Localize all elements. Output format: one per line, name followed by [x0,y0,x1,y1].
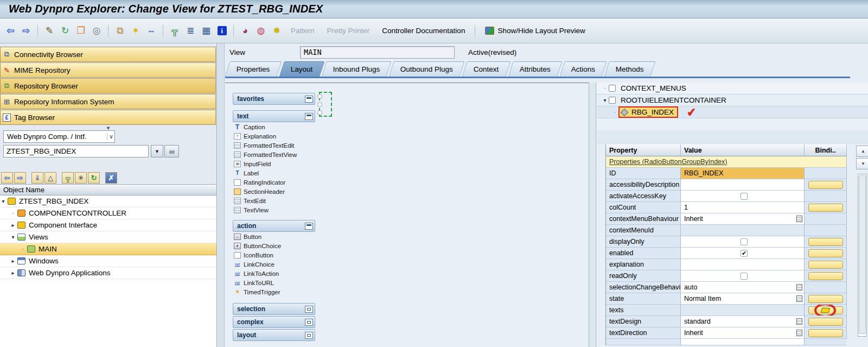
palette-item-label[interactable]: TLabel [233,168,315,178]
palette-section-layout[interactable]: layout [233,329,315,341]
binding-button[interactable] [808,261,843,269]
tree-row-componentcontroller[interactable]: · COMPONENTCONTROLLER [0,207,216,219]
dropdown-list-icon[interactable] [796,330,802,336]
binding-button[interactable] [808,181,843,189]
value-field[interactable]: Normal Item [681,293,805,305]
palette-item-explanation[interactable]: ?Explanation [233,131,315,141]
tab-attributes[interactable]: Attributes [508,61,562,77]
vertical-splitter[interactable] [218,43,225,347]
palette-item-iconbutton[interactable]: IconButton [233,250,315,260]
value-field[interactable]: 1 [681,202,805,213]
tab-properties[interactable]: Properties [225,61,282,77]
binding-button-bound[interactable] [808,306,843,314]
sidebar-item-repository-information-system[interactable]: ⊞ Repository Information System [0,94,216,109]
minimize-icon[interactable] [305,96,313,103]
minimize-icon[interactable] [305,113,313,120]
view-name-field[interactable]: MAIN [300,46,455,59]
dropdown-list-icon[interactable] [796,216,802,222]
palette-section-text[interactable]: text [233,110,315,122]
selected-element-chip[interactable]: RBG_INDEX [618,106,678,118]
history-back-button[interactable]: ⇦ [1,172,13,184]
restore-icon[interactable] [305,319,313,326]
palette-item-formattedtextview[interactable]: FormattedTextView [233,150,315,159]
wizard-icon[interactable]: ✹ [271,25,283,37]
tree-row-web-dynpro-applications[interactable]: ▸ Web Dynpro Applications [0,267,216,279]
tree-row-component-interface[interactable]: ▸ Component Interface [0,219,216,231]
palette-section-selection[interactable]: selection [233,303,315,315]
canvas-scrollbar[interactable] [589,83,596,347]
binding-button[interactable] [808,329,843,337]
expander-icon[interactable]: ▾ [601,97,609,103]
collapse-all-button[interactable]: △ [44,172,56,184]
tree-row-windows[interactable]: ▸ Windows [0,255,216,267]
expander-icon[interactable]: ▸ [10,258,16,264]
binding-button[interactable] [808,318,843,326]
palette-section-action[interactable]: action [233,220,315,232]
tab-outbound-plugs[interactable]: Outbound Plugs [389,61,465,77]
tab-layout[interactable]: Layout [279,61,324,77]
scroll-up-button[interactable]: ▲ [856,146,868,157]
element-row-context-menus[interactable]: · CONTEXT_MENUS [597,83,868,94]
expander-icon[interactable]: ▸ [10,270,16,276]
object-name-input[interactable]: ZTEST_RBG_INDEX [3,145,149,157]
checkbox-checked[interactable]: ✔ [741,250,748,257]
value-field[interactable] [681,259,805,270]
expander-icon[interactable]: ▸ [10,222,16,228]
hierarchy-icon[interactable]: ╦ [169,25,181,37]
binding-button[interactable] [808,204,843,212]
palette-item-button[interactable]: –Button [233,232,315,241]
checkbox-icon[interactable] [609,97,616,104]
properties-group-link[interactable]: Properties (RadioButtonGroupByIndex) [609,158,727,166]
display-object-button[interactable]: ∞ [164,145,179,157]
tab-context[interactable]: Context [462,61,511,77]
expander-icon[interactable]: ▾ [0,198,7,204]
palette-item-linktourl[interactable]: xyzLinkToURL [233,278,315,287]
radio-button-group-selection[interactable] [319,92,332,117]
column-header-binding[interactable]: Bindi.. [805,144,847,156]
value-field[interactable]: standard [681,316,805,327]
tab-methods[interactable]: Methods [604,61,656,77]
palette-item-textedit[interactable]: TextEdit [233,196,315,205]
palette-item-linkchoice[interactable]: xyzLinkChoice [233,260,315,269]
info-icon[interactable]: i [216,25,228,37]
object-type-select[interactable]: Web Dynpro Comp. / Intf. ∨ [3,130,115,143]
dropdown-list-icon[interactable] [796,295,802,302]
navigate-icon[interactable]: ⇔ [145,25,157,37]
display-change-icon[interactable]: ✎ [43,25,55,37]
activate-icon[interactable]: ◎ [91,25,103,37]
close-panel-button[interactable]: ✗ [105,172,117,184]
palette-item-buttonchoice[interactable]: ▾ButtonChoice [233,241,315,250]
check-icon[interactable]: ↻ [59,25,71,37]
palette-item-textview[interactable]: TextView [233,205,315,214]
copy-icon[interactable]: ❐ [75,25,87,37]
restore-icon[interactable] [305,306,313,313]
checkbox[interactable] [741,193,748,200]
dropdown-list-icon[interactable] [796,284,802,291]
back-icon[interactable]: ⇦ [4,25,16,37]
column-header-value[interactable]: Value [681,144,805,156]
scrollbar-thumb[interactable] [859,175,866,334]
refresh-button[interactable]: ↻ [88,172,100,184]
element-row-rootuielementcontainer[interactable]: ▾ ROOTUIELEMENTCONTAINER [597,94,868,106]
spark-icon[interactable]: ✶ [130,25,142,37]
palette-item-ratingindicator[interactable]: RatingIndicator [233,178,315,187]
tab-actions[interactable]: Actions [559,61,607,77]
palette-item-inputfield[interactable]: abInputField [233,159,315,168]
dropdown-list-icon[interactable] [796,318,802,325]
palette-item-caption[interactable]: TCaption [233,122,315,131]
where-used-icon[interactable]: ⧉ [114,25,126,37]
sort-icon[interactable]: ≣ [184,25,196,37]
minimize-icon[interactable] [305,223,313,230]
binding-button[interactable] [808,249,843,257]
element-row-rbg-index[interactable]: · RBG_INDEX ✔ [597,106,868,118]
status-icon[interactable]: ◍ [255,25,267,37]
hierarchy-up-button[interactable]: ╦ [62,172,74,184]
column-header-property[interactable]: Property [606,144,681,156]
tree-row-views[interactable]: ▾ Views [0,231,216,243]
checkbox[interactable] [741,273,748,280]
value-field[interactable]: Inherit [681,213,805,225]
expander-icon[interactable]: ▾ [10,234,16,240]
binding-button[interactable] [808,295,843,303]
history-forward-button[interactable]: ⇨ [14,172,26,184]
sidebar-item-mime-repository[interactable]: ✎ MIME Repository [0,62,216,78]
